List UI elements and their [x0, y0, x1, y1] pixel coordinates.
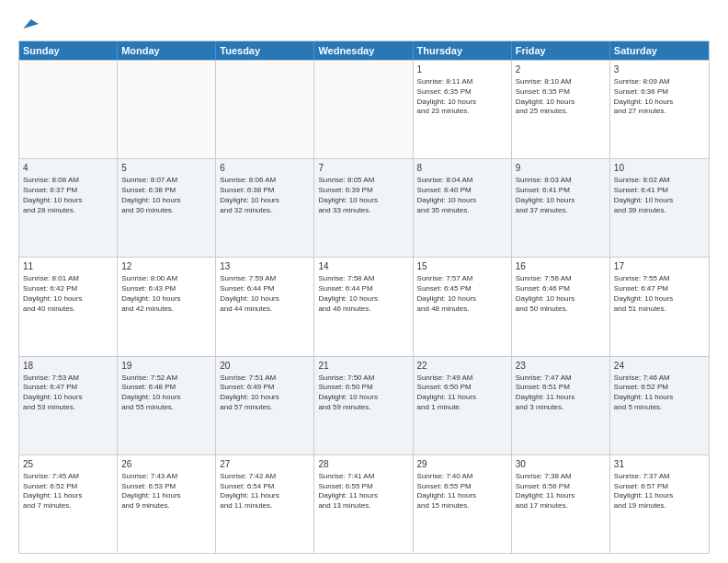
cell-info-text: Sunrise: 8:05 AM Sunset: 6:39 PM Dayligh…: [318, 176, 408, 215]
cell-info-text: Sunrise: 7:38 AM Sunset: 6:56 PM Dayligh…: [516, 472, 606, 511]
calendar-cell-2-4: 15Sunrise: 7:57 AM Sunset: 6:45 PM Dayli…: [414, 258, 512, 355]
calendar-cell-1-6: 10Sunrise: 8:02 AM Sunset: 6:41 PM Dayli…: [610, 159, 709, 257]
calendar-cell-1-5: 9Sunrise: 8:03 AM Sunset: 6:41 PM Daylig…: [512, 159, 610, 257]
day-number: 2: [516, 63, 606, 75]
day-number: 13: [220, 260, 310, 272]
calendar-cell-2-6: 17Sunrise: 7:55 AM Sunset: 6:47 PM Dayli…: [610, 258, 709, 355]
day-number: 30: [516, 458, 606, 470]
calendar-cell-0-3: [314, 61, 413, 158]
calendar-row-0: 1Sunrise: 8:11 AM Sunset: 6:35 PM Daylig…: [19, 60, 709, 158]
calendar-cell-3-6: 24Sunrise: 7:46 AM Sunset: 6:52 PM Dayli…: [610, 357, 709, 454]
cell-info-text: Sunrise: 7:40 AM Sunset: 6:55 PM Dayligh…: [417, 472, 507, 511]
day-number: 17: [614, 260, 705, 272]
cell-info-text: Sunrise: 8:00 AM Sunset: 6:43 PM Dayligh…: [121, 274, 211, 314]
calendar-cell-2-5: 16Sunrise: 7:56 AM Sunset: 6:46 PM Dayli…: [512, 258, 610, 355]
cell-info-text: Sunrise: 7:41 AM Sunset: 6:55 PM Dayligh…: [318, 472, 408, 511]
calendar-row-3: 18Sunrise: 7:53 AM Sunset: 6:47 PM Dayli…: [19, 356, 709, 454]
calendar-cell-0-6: 3Sunrise: 8:09 AM Sunset: 6:36 PM Daylig…: [610, 61, 709, 158]
day-number: 19: [121, 360, 211, 372]
day-number: 25: [23, 458, 113, 470]
day-number: 26: [121, 458, 211, 470]
calendar-body: 1Sunrise: 8:11 AM Sunset: 6:35 PM Daylig…: [19, 60, 709, 553]
weekday-header-thursday: Thursday: [414, 41, 512, 60]
calendar-cell-2-0: 11Sunrise: 8:01 AM Sunset: 6:42 PM Dayli…: [19, 258, 118, 355]
calendar-cell-4-6: 31Sunrise: 7:37 AM Sunset: 6:57 PM Dayli…: [610, 455, 709, 553]
calendar-cell-4-2: 27Sunrise: 7:42 AM Sunset: 6:54 PM Dayli…: [216, 455, 314, 553]
cell-info-text: Sunrise: 7:53 AM Sunset: 6:47 PM Dayligh…: [23, 373, 113, 413]
calendar-cell-2-2: 13Sunrise: 7:59 AM Sunset: 6:44 PM Dayli…: [216, 258, 314, 355]
day-number: 22: [417, 360, 507, 372]
cell-info-text: Sunrise: 8:03 AM Sunset: 6:41 PM Dayligh…: [516, 176, 606, 215]
calendar-cell-4-1: 26Sunrise: 7:43 AM Sunset: 6:53 PM Dayli…: [118, 455, 216, 553]
day-number: 20: [220, 360, 310, 372]
page: SundayMondayTuesdayWednesdayThursdayFrid…: [0, 0, 728, 563]
calendar-cell-1-2: 6Sunrise: 8:06 AM Sunset: 6:38 PM Daylig…: [216, 159, 314, 257]
cell-info-text: Sunrise: 7:55 AM Sunset: 6:47 PM Dayligh…: [614, 274, 705, 314]
cell-info-text: Sunrise: 8:09 AM Sunset: 6:36 PM Dayligh…: [614, 77, 705, 117]
day-number: 10: [614, 162, 705, 174]
day-number: 12: [121, 260, 211, 272]
day-number: 16: [516, 260, 606, 272]
calendar-header: SundayMondayTuesdayWednesdayThursdayFrid…: [19, 41, 709, 60]
calendar-cell-3-3: 21Sunrise: 7:50 AM Sunset: 6:50 PM Dayli…: [314, 357, 413, 454]
day-number: 15: [417, 260, 507, 272]
cell-info-text: Sunrise: 8:11 AM Sunset: 6:35 PM Dayligh…: [417, 77, 507, 117]
day-number: 23: [516, 360, 606, 372]
header: [18, 15, 710, 33]
cell-info-text: Sunrise: 7:59 AM Sunset: 6:44 PM Dayligh…: [220, 274, 310, 314]
day-number: 21: [318, 360, 408, 372]
calendar-cell-4-3: 28Sunrise: 7:41 AM Sunset: 6:55 PM Dayli…: [314, 455, 413, 553]
calendar-cell-2-3: 14Sunrise: 7:58 AM Sunset: 6:44 PM Dayli…: [314, 258, 413, 355]
cell-info-text: Sunrise: 7:37 AM Sunset: 6:57 PM Dayligh…: [614, 472, 705, 511]
cell-info-text: Sunrise: 7:42 AM Sunset: 6:54 PM Dayligh…: [220, 472, 310, 511]
day-number: 6: [220, 162, 310, 174]
calendar-cell-1-0: 4Sunrise: 8:08 AM Sunset: 6:37 PM Daylig…: [19, 159, 118, 257]
cell-info-text: Sunrise: 8:02 AM Sunset: 6:41 PM Dayligh…: [614, 176, 705, 215]
cell-info-text: Sunrise: 7:51 AM Sunset: 6:49 PM Dayligh…: [220, 373, 310, 413]
cell-info-text: Sunrise: 7:52 AM Sunset: 6:48 PM Dayligh…: [121, 373, 211, 413]
cell-info-text: Sunrise: 7:45 AM Sunset: 6:52 PM Dayligh…: [23, 472, 113, 511]
cell-info-text: Sunrise: 7:46 AM Sunset: 6:52 PM Dayligh…: [614, 373, 705, 413]
calendar: SundayMondayTuesdayWednesdayThursdayFrid…: [18, 40, 710, 554]
calendar-cell-0-1: [118, 61, 216, 158]
cell-info-text: Sunrise: 8:04 AM Sunset: 6:40 PM Dayligh…: [417, 176, 507, 215]
cell-info-text: Sunrise: 7:50 AM Sunset: 6:50 PM Dayligh…: [318, 373, 408, 413]
calendar-cell-1-3: 7Sunrise: 8:05 AM Sunset: 6:39 PM Daylig…: [314, 159, 413, 257]
calendar-cell-4-4: 29Sunrise: 7:40 AM Sunset: 6:55 PM Dayli…: [414, 455, 512, 553]
cell-info-text: Sunrise: 7:57 AM Sunset: 6:45 PM Dayligh…: [417, 274, 507, 314]
weekday-header-sunday: Sunday: [19, 41, 118, 60]
weekday-header-monday: Monday: [118, 41, 216, 60]
day-number: 1: [417, 63, 507, 75]
day-number: 4: [23, 162, 113, 174]
logo-icon: [20, 15, 39, 33]
cell-info-text: Sunrise: 8:08 AM Sunset: 6:37 PM Dayligh…: [23, 176, 113, 215]
calendar-cell-2-1: 12Sunrise: 8:00 AM Sunset: 6:43 PM Dayli…: [118, 258, 216, 355]
calendar-cell-3-0: 18Sunrise: 7:53 AM Sunset: 6:47 PM Dayli…: [19, 357, 118, 454]
day-number: 3: [614, 63, 705, 75]
calendar-cell-3-4: 22Sunrise: 7:49 AM Sunset: 6:50 PM Dayli…: [414, 357, 512, 454]
day-number: 14: [318, 260, 408, 272]
cell-info-text: Sunrise: 8:06 AM Sunset: 6:38 PM Dayligh…: [220, 176, 310, 215]
day-number: 29: [417, 458, 507, 470]
calendar-row-1: 4Sunrise: 8:08 AM Sunset: 6:37 PM Daylig…: [19, 158, 709, 257]
svg-marker-0: [23, 19, 39, 29]
cell-info-text: Sunrise: 8:07 AM Sunset: 6:38 PM Dayligh…: [121, 176, 211, 215]
calendar-cell-0-5: 2Sunrise: 8:10 AM Sunset: 6:35 PM Daylig…: [512, 61, 610, 158]
day-number: 7: [318, 162, 408, 174]
weekday-header-saturday: Saturday: [610, 41, 709, 60]
logo: [18, 15, 39, 33]
weekday-header-tuesday: Tuesday: [216, 41, 314, 60]
day-number: 27: [220, 458, 310, 470]
calendar-cell-4-0: 25Sunrise: 7:45 AM Sunset: 6:52 PM Dayli…: [19, 455, 118, 553]
day-number: 18: [23, 360, 113, 372]
calendar-cell-3-1: 19Sunrise: 7:52 AM Sunset: 6:48 PM Dayli…: [118, 357, 216, 454]
calendar-cell-0-4: 1Sunrise: 8:11 AM Sunset: 6:35 PM Daylig…: [414, 61, 512, 158]
calendar-cell-4-5: 30Sunrise: 7:38 AM Sunset: 6:56 PM Dayli…: [512, 455, 610, 553]
calendar-row-2: 11Sunrise: 8:01 AM Sunset: 6:42 PM Dayli…: [19, 257, 709, 355]
calendar-cell-3-5: 23Sunrise: 7:47 AM Sunset: 6:51 PM Dayli…: [512, 357, 610, 454]
day-number: 9: [516, 162, 606, 174]
calendar-cell-1-1: 5Sunrise: 8:07 AM Sunset: 6:38 PM Daylig…: [118, 159, 216, 257]
day-number: 5: [121, 162, 211, 174]
day-number: 8: [417, 162, 507, 174]
cell-info-text: Sunrise: 7:56 AM Sunset: 6:46 PM Dayligh…: [516, 274, 606, 314]
